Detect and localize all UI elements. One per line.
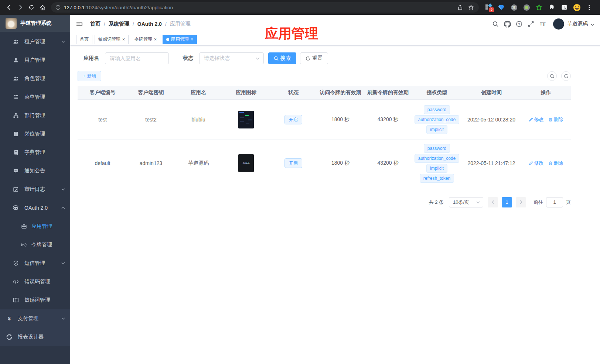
browser-back-button[interactable] [4, 2, 15, 13]
delete-link[interactable]: 删除 [548, 116, 563, 123]
breadcrumb-system[interactable]: 系统管理 [109, 21, 129, 27]
sidebar-header[interactable]: 芋道管理系统 [0, 15, 70, 32]
sidebar-item-oauth-application[interactable]: 应用管理 [0, 217, 70, 236]
pagination: 共 2 条 10条/页 1 前往 页 [70, 197, 571, 207]
reset-button[interactable]: 重置 [300, 52, 328, 64]
status-select[interactable]: 请选择状态 [199, 52, 264, 64]
status-badge: 开启 [284, 158, 302, 168]
share-icon[interactable] [454, 5, 466, 10]
breadcrumb: 首页 / 系统管理 / OAuth 2.0 / 应用管理 [90, 21, 191, 27]
green-star-extension-icon[interactable] [533, 2, 545, 13]
top-navbar: 首页 / 系统管理 / OAuth 2.0 / 应用管理 ? TT 芋道源码 [70, 15, 600, 33]
page-size-select[interactable]: 10条/页 [449, 197, 483, 207]
app-title: 芋道管理系统 [20, 20, 51, 27]
grant-type-tag: implicit [426, 164, 447, 173]
browser-menu-icon[interactable] [584, 2, 595, 13]
goto-page-input[interactable] [546, 197, 563, 207]
toggle-search-button[interactable] [547, 71, 557, 81]
tab-token[interactable]: 令牌管理 × [131, 35, 160, 44]
sidebar-item-sms[interactable]: 短信管理 [0, 254, 70, 272]
sidebar-item-oauth-token[interactable]: 令牌管理 [0, 236, 70, 254]
search-icon [550, 74, 555, 79]
bookmark-star-icon[interactable] [466, 4, 477, 10]
sidebar-item-dept[interactable]: 部门管理 [0, 106, 70, 125]
browser-forward-button[interactable] [15, 2, 26, 13]
total-count: 共 2 条 [429, 199, 444, 206]
search-button[interactable]: 搜索 [268, 52, 296, 64]
sidebar-item-dict[interactable]: 字典管理 [0, 143, 70, 162]
add-button[interactable]: + 新增 [78, 71, 101, 81]
fullscreen-icon[interactable] [525, 18, 537, 30]
post-icon [13, 131, 19, 137]
shield-icon [13, 260, 19, 266]
chevron-down-icon [61, 317, 65, 320]
close-icon[interactable]: × [154, 37, 157, 42]
breadcrumb-current: 应用管理 [170, 21, 191, 27]
tab-application[interactable]: 应用管理 × [163, 35, 197, 44]
app-name-input[interactable] [105, 52, 169, 64]
sidebar-item-audit[interactable]: 审计日志 [0, 180, 70, 199]
help-icon[interactable]: ? [513, 18, 525, 30]
edit-link[interactable]: 修改 [529, 116, 544, 123]
grant-type-tag: refresh_token [420, 174, 454, 183]
dict-icon [13, 150, 19, 155]
org-icon [13, 113, 19, 119]
search-icon[interactable] [490, 18, 501, 30]
close-icon[interactable]: × [191, 37, 193, 42]
chevron-down-icon [61, 41, 65, 43]
font-size-icon[interactable]: TT [537, 18, 549, 30]
prev-page-button[interactable] [488, 197, 498, 207]
page-number-1[interactable]: 1 [502, 197, 512, 207]
sidebar-item-post[interactable]: 岗位管理 [0, 125, 70, 143]
browser-home-button[interactable] [37, 2, 48, 13]
close-icon[interactable]: × [122, 37, 125, 42]
audit-icon [13, 186, 19, 192]
red-annotation-overlay: 应用管理 [265, 25, 318, 43]
sidebar-item-role[interactable]: 角色管理 [0, 69, 70, 88]
tab-home[interactable]: 首页 [76, 35, 92, 44]
breadcrumb-home[interactable]: 首页 [90, 21, 100, 27]
sidebar: 芋道管理系统 租户管理 用户管理 角色管理 菜单管理 部 [0, 15, 70, 364]
split-view-icon[interactable] [559, 2, 570, 13]
tab-groups-extension-icon[interactable]: 9 [483, 2, 494, 13]
page-unit-label: 页 [566, 199, 571, 206]
token-icon [21, 242, 27, 247]
chevron-down-icon [476, 201, 480, 203]
edit-icon [529, 117, 533, 122]
gem-extension-icon[interactable] [496, 2, 507, 13]
sidebar-item-pay[interactable]: ¥ 支付管理 [0, 309, 70, 328]
col-secret: 客户端密钥 [127, 86, 174, 99]
sidebar-item-tenant[interactable]: 租户管理 [0, 32, 70, 51]
sidebar-item-sensitiveword[interactable]: 敏感词管理 [0, 291, 70, 309]
tab-sensitive-word[interactable]: 敏感词管理 × [95, 35, 129, 44]
sidebar-item-user[interactable]: 用户管理 [0, 51, 70, 69]
command-extension-icon[interactable]: ⌘ [508, 2, 519, 13]
user-caret-icon[interactable] [591, 21, 594, 27]
site-info-icon[interactable] [55, 5, 61, 10]
navbar-actions: ? TT 芋道源码 [490, 18, 594, 30]
username[interactable]: 芋道源码 [567, 21, 588, 27]
avatar[interactable] [553, 18, 564, 30]
sidebar-item-report-designer[interactable]: 报表设计器 [0, 328, 70, 346]
sidebar-collapse-icon[interactable] [75, 20, 83, 28]
sidebar-item-menu[interactable]: 菜单管理 [0, 88, 70, 106]
delete-link[interactable]: 删除 [548, 160, 563, 166]
address-bar[interactable]: 127.0.0.1:1024/system/oauth2/oauth2/appl… [51, 2, 479, 13]
users-icon [13, 39, 19, 45]
github-icon[interactable] [501, 18, 513, 30]
grant-type-tag: password [424, 144, 450, 153]
grant-type-tag: authorization_code [415, 154, 459, 163]
profile-avatar-icon[interactable] [571, 2, 582, 13]
breadcrumb-oauth[interactable]: OAuth 2.0 [137, 21, 162, 27]
sidebar-item-oauth[interactable]: OAuth 2.0 [0, 199, 70, 217]
sidebar-item-errorcode[interactable]: 错误码管理 [0, 272, 70, 291]
extensions-puzzle-icon[interactable] [546, 2, 557, 13]
sidebar-item-notice[interactable]: 通知公告 [0, 162, 70, 180]
browser-reload-button[interactable] [26, 2, 37, 13]
refresh-table-button[interactable] [561, 71, 571, 81]
record-extension-icon[interactable] [521, 2, 532, 13]
trash-icon [548, 161, 553, 165]
edit-link[interactable]: 修改 [529, 160, 544, 166]
next-page-button[interactable] [516, 197, 526, 207]
robot-icon [13, 205, 19, 211]
